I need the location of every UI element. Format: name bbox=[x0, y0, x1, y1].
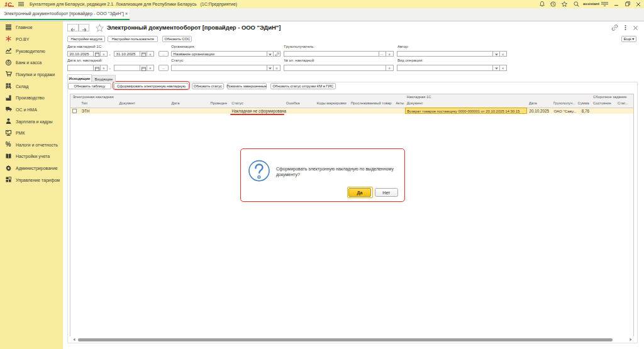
svg-text:%: % bbox=[6, 141, 11, 147]
